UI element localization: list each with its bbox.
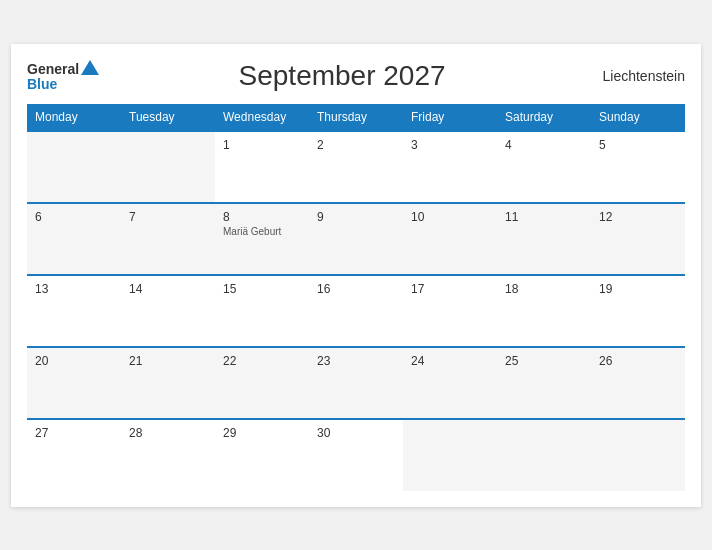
day-number: 10: [411, 210, 489, 224]
day-number: 8: [223, 210, 301, 224]
day-number: 19: [599, 282, 677, 296]
day-number: 2: [317, 138, 395, 152]
holiday-name: Mariä Geburt: [223, 226, 301, 237]
day-number: 16: [317, 282, 395, 296]
day-number: 27: [35, 426, 113, 440]
day-cell: 20: [27, 347, 121, 419]
day-cell: 19: [591, 275, 685, 347]
day-number: 3: [411, 138, 489, 152]
day-number: 4: [505, 138, 583, 152]
day-number: 15: [223, 282, 301, 296]
day-cell: [591, 419, 685, 491]
day-cell: 18: [497, 275, 591, 347]
day-number: 26: [599, 354, 677, 368]
day-cell: 26: [591, 347, 685, 419]
header-sunday: Sunday: [591, 104, 685, 131]
day-number: 20: [35, 354, 113, 368]
day-number: 28: [129, 426, 207, 440]
day-number: 6: [35, 210, 113, 224]
day-cell: 12: [591, 203, 685, 275]
day-cell: 1: [215, 131, 309, 203]
header-wednesday: Wednesday: [215, 104, 309, 131]
day-cell: 24: [403, 347, 497, 419]
day-cell: 16: [309, 275, 403, 347]
day-cell: 17: [403, 275, 497, 347]
day-number: 18: [505, 282, 583, 296]
day-cell: 25: [497, 347, 591, 419]
day-number: 9: [317, 210, 395, 224]
day-cell: 7: [121, 203, 215, 275]
day-cell: [27, 131, 121, 203]
day-cell: 15: [215, 275, 309, 347]
day-number: 24: [411, 354, 489, 368]
week-row-3: 13141516171819: [27, 275, 685, 347]
day-cell: [403, 419, 497, 491]
day-cell: 11: [497, 203, 591, 275]
calendar-grid: Monday Tuesday Wednesday Thursday Friday…: [27, 104, 685, 491]
day-cell: 2: [309, 131, 403, 203]
week-row-1: 12345: [27, 131, 685, 203]
header-thursday: Thursday: [309, 104, 403, 131]
header-tuesday: Tuesday: [121, 104, 215, 131]
weekday-header-row: Monday Tuesday Wednesday Thursday Friday…: [27, 104, 685, 131]
day-cell: 27: [27, 419, 121, 491]
day-number: 11: [505, 210, 583, 224]
country-name: Liechtenstein: [585, 68, 685, 84]
day-number: 12: [599, 210, 677, 224]
day-number: 30: [317, 426, 395, 440]
day-cell: 4: [497, 131, 591, 203]
day-number: 13: [35, 282, 113, 296]
logo-general: General: [27, 62, 79, 76]
calendar-header: General Blue September 2027 Liechtenstei…: [27, 60, 685, 92]
day-number: 1: [223, 138, 301, 152]
day-cell: 21: [121, 347, 215, 419]
header-monday: Monday: [27, 104, 121, 131]
day-cell: 5: [591, 131, 685, 203]
day-cell: [121, 131, 215, 203]
day-cell: 8Mariä Geburt: [215, 203, 309, 275]
header-saturday: Saturday: [497, 104, 591, 131]
day-cell: 30: [309, 419, 403, 491]
day-cell: 23: [309, 347, 403, 419]
week-row-5: 27282930: [27, 419, 685, 491]
calendar-title: September 2027: [99, 60, 585, 92]
day-cell: 29: [215, 419, 309, 491]
day-cell: [497, 419, 591, 491]
day-number: 5: [599, 138, 677, 152]
day-number: 23: [317, 354, 395, 368]
day-number: 29: [223, 426, 301, 440]
day-cell: 13: [27, 275, 121, 347]
logo: General Blue: [27, 60, 99, 91]
logo-block: General Blue: [27, 60, 99, 91]
week-row-2: 678Mariä Geburt9101112: [27, 203, 685, 275]
day-cell: 22: [215, 347, 309, 419]
day-number: 25: [505, 354, 583, 368]
day-cell: 28: [121, 419, 215, 491]
day-number: 17: [411, 282, 489, 296]
day-number: 22: [223, 354, 301, 368]
day-number: 7: [129, 210, 207, 224]
day-cell: 3: [403, 131, 497, 203]
day-cell: 14: [121, 275, 215, 347]
logo-blue: Blue: [27, 77, 57, 91]
week-row-4: 20212223242526: [27, 347, 685, 419]
day-cell: 9: [309, 203, 403, 275]
day-cell: 6: [27, 203, 121, 275]
calendar-container: General Blue September 2027 Liechtenstei…: [11, 44, 701, 507]
day-number: 21: [129, 354, 207, 368]
logo-triangle-icon: [81, 60, 99, 75]
header-friday: Friday: [403, 104, 497, 131]
logo-top-row: General: [27, 60, 99, 77]
day-cell: 10: [403, 203, 497, 275]
day-number: 14: [129, 282, 207, 296]
